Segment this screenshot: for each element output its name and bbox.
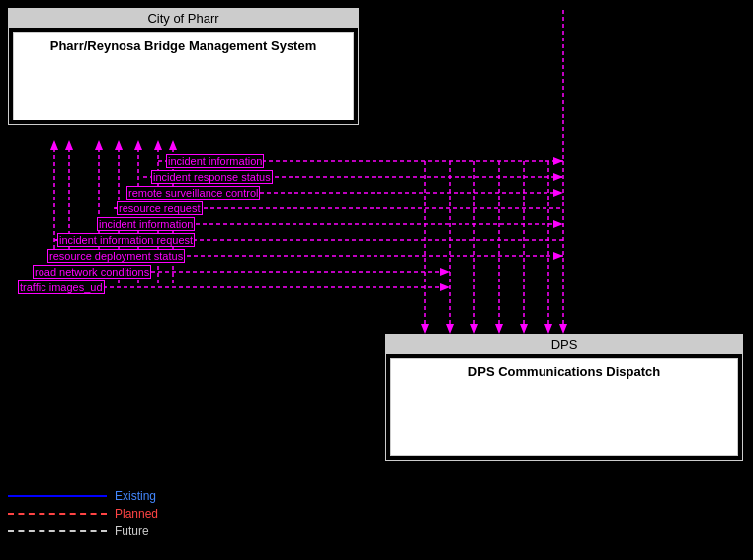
svg-marker-29 (440, 268, 450, 276)
pharr-box: City of Pharr Pharr/Reynosa Bridge Manag… (8, 8, 359, 125)
label-traffic-images: traffic images_ud (18, 280, 105, 294)
svg-marker-9 (95, 140, 103, 150)
legend-existing-line (8, 495, 107, 497)
svg-marker-40 (446, 324, 454, 334)
svg-marker-31 (440, 283, 450, 291)
svg-marker-45 (559, 324, 567, 334)
svg-marker-10 (115, 140, 123, 150)
label-incident-information-2: incident information (97, 217, 195, 231)
label-road-network: road network conditions (33, 265, 151, 279)
dps-system-name: DPS Communications Dispatch (390, 358, 738, 456)
svg-marker-23 (553, 220, 563, 228)
pharr-system-name: Pharr/Reynosa Bridge Management System (13, 32, 354, 120)
pharr-header: City of Pharr (9, 9, 358, 28)
svg-marker-15 (553, 157, 563, 165)
svg-marker-41 (470, 324, 478, 334)
svg-marker-39 (421, 324, 429, 334)
legend-existing: Existing (8, 489, 158, 503)
legend-planned: Planned (8, 507, 158, 520)
svg-marker-7 (50, 140, 58, 150)
svg-marker-11 (134, 140, 142, 150)
legend-existing-label: Existing (115, 489, 156, 503)
svg-marker-8 (65, 140, 73, 150)
svg-marker-19 (553, 189, 563, 197)
dps-header: DPS (386, 335, 742, 354)
svg-marker-42 (495, 324, 503, 334)
legend: Existing Planned Future (8, 489, 158, 542)
label-incident-response-status: incident response status (151, 170, 273, 184)
label-resource-deployment: resource deployment status (47, 249, 185, 263)
label-resource-request: resource request (117, 201, 203, 215)
legend-planned-line (8, 513, 107, 515)
dps-box: DPS DPS Communications Dispatch (385, 334, 743, 461)
svg-marker-17 (553, 173, 563, 181)
legend-planned-label: Planned (115, 507, 158, 520)
legend-future: Future (8, 524, 158, 538)
svg-marker-27 (553, 252, 563, 260)
svg-marker-44 (544, 324, 552, 334)
svg-marker-13 (169, 140, 177, 150)
legend-future-line (8, 530, 107, 532)
legend-future-label: Future (115, 524, 149, 538)
svg-marker-12 (154, 140, 162, 150)
label-incident-information-1: incident information (166, 154, 264, 168)
label-incident-information-request: incident information request (57, 233, 195, 247)
svg-marker-43 (520, 324, 528, 334)
label-remote-surveillance: remote surveillance control (126, 186, 260, 200)
